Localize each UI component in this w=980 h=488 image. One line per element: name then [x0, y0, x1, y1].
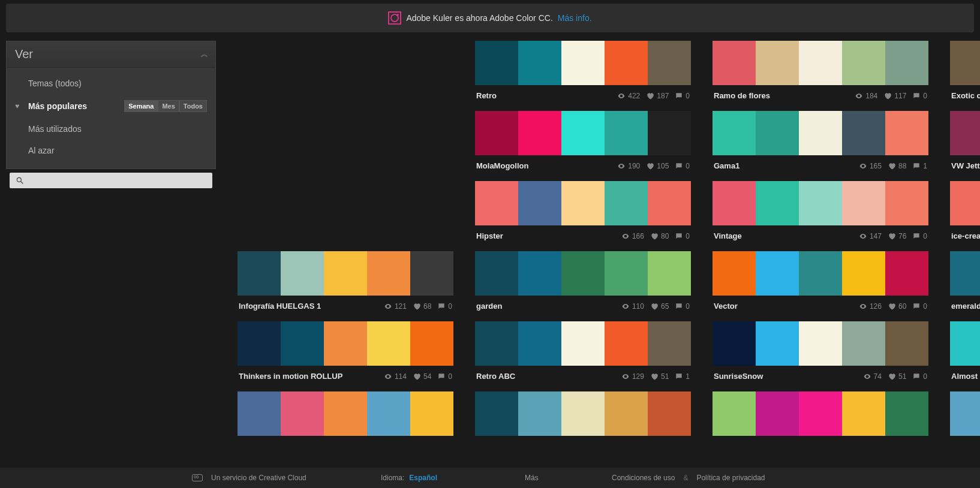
swatch	[410, 251, 453, 296]
theme-meta: Hipster166800	[475, 225, 691, 240]
swatch	[518, 391, 561, 436]
sidebar-item-label: Temas (todos)	[28, 79, 82, 88]
banner-text: Adobe Kuler es ahora Adobe Color CC.	[406, 13, 552, 23]
swatch	[475, 181, 518, 225]
filter-todos[interactable]: Todos	[179, 100, 207, 112]
swatch-row	[475, 321, 691, 366]
theme-card[interactable]: emerald115560	[950, 251, 980, 311]
search-icon	[16, 176, 24, 185]
swatch	[605, 251, 648, 296]
theme-name: ice-cream	[951, 231, 980, 240]
swatch	[648, 391, 691, 436]
theme-card[interactable]: Hipster166800	[475, 181, 691, 240]
theme-card[interactable]: Retro ABC129511	[475, 321, 691, 381]
theme-card[interactable]: Thinkers in motion ROLLUP114540	[238, 321, 453, 381]
theme-name: Vintage	[714, 231, 853, 240]
theme-card[interactable]: Infografía HUELGAS 1121680	[238, 251, 453, 311]
search-input[interactable]	[10, 173, 212, 188]
theme-card[interactable]	[475, 391, 691, 436]
banner-more-info-link[interactable]: Más info.	[558, 13, 592, 23]
likes-stat: 88	[888, 162, 906, 170]
views-stat: 422	[617, 92, 640, 100]
theme-card[interactable]: Almost spring87480	[950, 321, 980, 381]
theme-name: emerald	[951, 302, 980, 311]
theme-meta: MolaMogollon1901050	[475, 155, 691, 170]
sidebar-item-3[interactable]: Al azar	[7, 140, 215, 161]
sidebar-item-0[interactable]: Temas (todos)	[7, 73, 215, 94]
swatch	[605, 111, 648, 155]
theme-card[interactable]: Retro4221870	[475, 41, 691, 100]
swatch	[561, 181, 605, 225]
swatch	[842, 251, 885, 296]
comments-stat: 0	[437, 372, 452, 381]
footer-lang-label: Idioma:	[381, 474, 404, 482]
theme-name: SunriseSnow	[714, 372, 857, 381]
footer: Un servicio de Creative Cloud Idioma: Es…	[0, 468, 980, 488]
swatch-row	[238, 321, 453, 366]
swatch	[561, 251, 605, 296]
views-stat: 121	[384, 302, 407, 311]
theme-name: Retro	[476, 91, 611, 100]
swatch	[518, 181, 561, 225]
theme-card[interactable]: VW Jetta JP96800	[950, 111, 980, 170]
filter-semana[interactable]: Semana	[124, 100, 158, 112]
swatch-row	[475, 181, 691, 225]
theme-card[interactable]: Exotic chocolat1661080	[950, 41, 980, 100]
theme-name: VW Jetta JP	[951, 161, 980, 170]
swatch	[756, 41, 799, 85]
swatch	[605, 41, 648, 85]
theme-name: garden	[476, 302, 615, 311]
filter-mes[interactable]: Mes	[158, 100, 179, 112]
swatch	[561, 391, 605, 436]
theme-card[interactable]	[950, 391, 980, 436]
swatch	[475, 41, 518, 85]
sidebar-section-header[interactable]: Ver ︽	[7, 41, 215, 68]
theme-card[interactable]: SunriseSnow74510	[713, 321, 928, 381]
theme-card[interactable]: MolaMogollon1901050	[475, 111, 691, 170]
comments-stat: 0	[912, 92, 927, 100]
theme-card[interactable]: ice-cream151690	[950, 181, 980, 240]
views-stat: 166	[621, 232, 644, 240]
views-stat: 184	[855, 92, 877, 100]
swatch	[648, 111, 691, 155]
theme-meta: Ramo de flores1841170	[713, 85, 928, 100]
theme-card[interactable]: Gama1165881	[713, 111, 928, 170]
sidebar-item-label: Más populares	[28, 101, 87, 111]
announcement-banner: Adobe Kuler es ahora Adobe Color CC. Más…	[6, 4, 974, 32]
theme-card[interactable]: garden110650	[475, 251, 691, 311]
swatch-row	[713, 391, 928, 436]
svg-line-1	[21, 182, 23, 184]
sidebar-item-2[interactable]: Más utilizados	[7, 118, 215, 140]
theme-card[interactable]: Vintage147760	[713, 181, 928, 240]
comments-stat: 0	[912, 232, 927, 240]
footer-terms-link[interactable]: Condiciones de uso	[612, 474, 675, 482]
theme-card[interactable]: Vector126600	[713, 251, 928, 311]
theme-meta: SunriseSnow74510	[713, 366, 928, 381]
footer-more-link[interactable]: Más	[525, 474, 539, 482]
swatch	[475, 321, 518, 366]
svg-point-0	[17, 177, 21, 182]
theme-card[interactable]	[713, 391, 928, 436]
swatch	[842, 391, 885, 436]
swatch	[799, 181, 842, 225]
views-stat: 126	[859, 302, 882, 311]
theme-meta: Almost spring87480	[950, 366, 980, 381]
footer-privacy-link[interactable]: Política de privacidad	[696, 474, 765, 482]
swatch	[367, 251, 410, 296]
comments-stat: 1	[675, 372, 690, 381]
footer-lang-value[interactable]: Español	[409, 474, 437, 482]
theme-card[interactable]: Ramo de flores1841170	[713, 41, 928, 100]
theme-card[interactable]	[238, 391, 453, 436]
swatch	[799, 111, 842, 155]
swatch	[238, 251, 281, 296]
comments-stat: 0	[675, 92, 690, 100]
theme-meta: VW Jetta JP96800	[950, 155, 980, 170]
sidebar-item-1[interactable]: Más popularesSemanaMesTodos	[7, 94, 215, 118]
swatch-row	[713, 251, 928, 296]
swatch	[648, 181, 691, 225]
swatch-row	[950, 41, 980, 85]
swatch	[367, 391, 410, 436]
sidebar-item-label: Más utilizados	[28, 124, 82, 134]
swatch	[518, 111, 561, 155]
swatch	[518, 321, 561, 366]
